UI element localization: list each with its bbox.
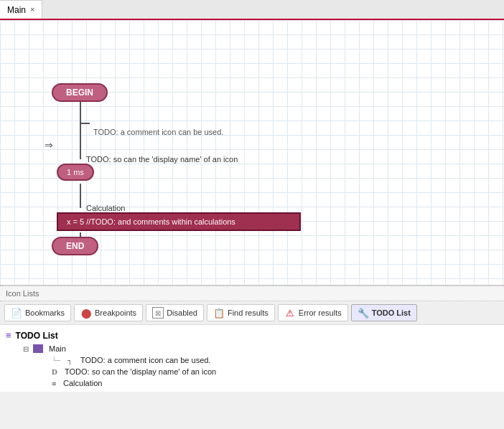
bookmarks-label: Bookmarks xyxy=(25,308,65,317)
icon-lists-panel: Icon Lists 📄 Bookmarks ⬤ Breakpoints ⊠ D… xyxy=(0,286,504,392)
instruction-label: TODO: so can the 'display name' of an ic… xyxy=(86,155,238,164)
tree-connector-1: └─ xyxy=(52,357,60,364)
end-node[interactable]: END xyxy=(52,237,98,255)
tree-item-display[interactable]: D TODO: so can the 'display name' of an … xyxy=(6,366,498,377)
disabled-label: Disabled xyxy=(167,308,197,317)
tree-root-main[interactable]: ⊟ Main xyxy=(6,343,498,354)
tree-connector-3: ≡ xyxy=(52,380,56,387)
tab-breakpoints[interactable]: ⬤ Breakpoints xyxy=(74,304,143,321)
calculation-node[interactable]: x = 5 //TODO: and comments within calcul… xyxy=(57,212,301,231)
calculation-label: Calculation xyxy=(86,204,125,212)
disabled-icon: ⊠ xyxy=(152,307,164,319)
instruction-node[interactable]: 1 ms xyxy=(57,164,94,181)
tab-disabled[interactable]: ⊠ Disabled xyxy=(146,304,204,321)
expand-collapse-icon[interactable]: ⊟ xyxy=(23,345,29,353)
tree-item-2-label: TODO: so can the 'display name' of an ic… xyxy=(65,367,216,376)
bracket-connector xyxy=(80,123,90,130)
breakpoints-label: Breakpoints xyxy=(95,308,136,317)
todo-list-title: ≡ TODO List xyxy=(6,328,498,343)
tree-item-comment[interactable]: └─ ┐ TODO: a comment icon can be used. xyxy=(6,354,498,366)
find-results-label: Find results xyxy=(228,308,269,317)
tab-bookmarks[interactable]: 📄 Bookmarks xyxy=(4,304,71,321)
todo-list-label: TODO List xyxy=(372,308,411,317)
begin-node[interactable]: BEGIN xyxy=(52,83,108,102)
breakpoint-icon: ⬤ xyxy=(80,307,92,319)
list-icon: ≡ xyxy=(6,330,11,341)
main-block-icon xyxy=(33,344,43,353)
tab-error-results[interactable]: ⚠ Error results xyxy=(278,304,348,321)
todo-icon: 🔧 xyxy=(358,307,369,319)
bookmark-icon: 📄 xyxy=(11,307,22,319)
error-results-label: Error results xyxy=(299,308,342,317)
navigation-arrow: ⇒ xyxy=(45,139,53,151)
comment-item-icon: ┐ xyxy=(65,357,75,364)
icon-tabs-bar: 📄 Bookmarks ⬤ Breakpoints ⊠ Disabled 📋 F… xyxy=(0,301,504,325)
tree-item-3-label: Calculation xyxy=(63,379,102,387)
tab-close-button[interactable]: × xyxy=(30,6,34,14)
tree-item-calculation[interactable]: ≡ Calculation xyxy=(6,377,498,389)
connector-line xyxy=(80,102,81,123)
connector-line-2 xyxy=(80,123,81,159)
connector-line-3 xyxy=(80,184,81,208)
tab-todo-list[interactable]: 🔧 TODO List xyxy=(351,304,417,321)
error-icon: ⚠ xyxy=(284,307,296,319)
tree-item-1-label: TODO: a comment icon can be used. xyxy=(80,356,210,364)
main-tab[interactable]: Main × xyxy=(0,0,42,19)
tab-label: Main xyxy=(7,5,26,15)
tree-connector-2: D xyxy=(52,367,57,376)
tab-bar: Main × xyxy=(0,0,504,20)
find-icon: 📋 xyxy=(213,307,225,319)
comment-node-1: TODO: a comment icon can be used. xyxy=(93,128,223,136)
tab-find-results[interactable]: 📋 Find results xyxy=(207,304,275,321)
tree-root-label: Main xyxy=(49,344,66,353)
todo-list-content: ≡ TODO List ⊟ Main └─ ┐ TODO: a comment … xyxy=(0,325,504,392)
icon-lists-header: Icon Lists xyxy=(0,286,504,301)
canvas-area: ⇒ BEGIN TODO: a comment icon can be used… xyxy=(0,20,504,286)
